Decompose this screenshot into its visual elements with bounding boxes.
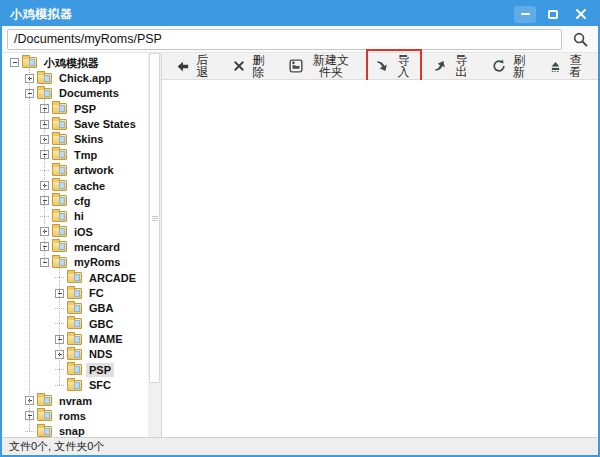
folder-icon — [22, 57, 37, 68]
tree-item-label: PSP — [71, 102, 99, 116]
folder-icon — [52, 226, 67, 237]
close-button[interactable] — [570, 6, 592, 23]
tree-item-cfg[interactable]: cfg — [2, 193, 148, 208]
tree-item-GBA[interactable]: GBA — [2, 301, 148, 316]
toolbar-button-label: 查看 — [567, 54, 584, 78]
folder-icon — [67, 334, 82, 345]
folder-icon — [67, 288, 82, 299]
app-window: 小鸡模拟器 小鸡模拟器Chick.appDocumentsPSPSave Sta… — [0, 0, 600, 457]
toolbar-button-import[interactable]: 导入 — [366, 49, 422, 83]
address-input[interactable] — [7, 29, 562, 50]
tree-item-Documents[interactable]: Documents — [2, 86, 148, 101]
tree-item-mencard[interactable]: mencard — [2, 239, 148, 254]
maximize-icon — [548, 10, 558, 19]
tree-item-label: PSP — [86, 363, 114, 377]
folder-icon — [52, 211, 67, 222]
folder-icon — [67, 349, 82, 360]
folder-icon — [67, 318, 82, 329]
tree-item-snap[interactable]: snap — [2, 424, 148, 437]
tree-item-iOS[interactable]: iOS — [2, 224, 148, 239]
toolbar-button-delete[interactable]: 删除 — [223, 49, 277, 83]
folder-icon — [67, 272, 82, 283]
toolbar-button-new-folder[interactable]: 新建文件夹 — [279, 49, 364, 83]
import-arrow-icon — [376, 59, 390, 73]
tree-item-NDS[interactable]: NDS — [2, 347, 148, 362]
tree-item-Tmp[interactable]: Tmp — [2, 147, 148, 162]
tree-item-label: cfg — [71, 194, 94, 208]
tree-item-MAME[interactable]: MAME — [2, 331, 148, 346]
tree-item-label: snap — [56, 424, 88, 437]
tree-item-Skins[interactable]: Skins — [2, 132, 148, 147]
tree-item-label: ARCADE — [86, 271, 139, 285]
tree-item-label: GBC — [86, 317, 116, 331]
folder-icon — [52, 165, 67, 176]
tree-item-cache[interactable]: cache — [2, 178, 148, 193]
folder-icon — [52, 257, 67, 268]
folder-icon — [52, 180, 67, 191]
tree-item-label: Save States — [71, 117, 139, 131]
folder-icon — [52, 134, 67, 145]
tree-item-label: Chick.app — [56, 71, 115, 85]
toolbar-button-view[interactable]: 查看 — [539, 49, 594, 83]
tree-item-roms[interactable]: roms — [2, 408, 148, 423]
toolbar-button-label: 删除 — [250, 54, 267, 78]
tree-item-label: myRoms — [71, 255, 123, 269]
window-controls — [514, 6, 592, 23]
tree-item-PSP[interactable]: PSP — [2, 101, 148, 116]
tree-item-GBC[interactable]: GBC — [2, 316, 148, 331]
folder-icon — [52, 241, 67, 252]
tree-guide-line — [59, 268, 60, 385]
tree-item-nvram[interactable]: nvram — [2, 393, 148, 408]
title-bar: 小鸡模拟器 — [2, 2, 598, 26]
folder-icon — [37, 426, 52, 437]
tree-item-label: SFC — [86, 378, 114, 392]
tree-item-label: FC — [86, 286, 107, 300]
tree-scrollbar[interactable] — [148, 53, 161, 437]
tree-item-Save-States[interactable]: Save States — [2, 116, 148, 131]
tree-item-FC[interactable]: FC — [2, 285, 148, 300]
tree-item-myRoms[interactable]: myRoms — [2, 255, 148, 270]
tree-guide-line — [29, 69, 30, 432]
folder-tree-panel: 小鸡模拟器Chick.appDocumentsPSPSave StatesSki… — [2, 53, 162, 437]
tree-item-label: cache — [71, 179, 108, 193]
folder-icon — [52, 119, 67, 130]
tree-item-SFC[interactable]: SFC — [2, 378, 148, 393]
folder-icon — [52, 149, 67, 160]
minimize-button[interactable] — [514, 6, 536, 23]
tree-item-ARCADE[interactable]: ARCADE — [2, 270, 148, 285]
toolbar-button-label: 刷新 — [511, 54, 528, 78]
folder-icon — [67, 303, 82, 314]
collapse-minus-icon[interactable] — [10, 58, 19, 67]
tree-item--[interactable]: 小鸡模拟器 — [2, 55, 148, 70]
toolbar-button-back[interactable]: 后退 — [166, 49, 221, 83]
tree-item-Chick.app[interactable]: Chick.app — [2, 70, 148, 85]
tree-item-label: artwork — [71, 163, 117, 177]
tree-item-hi[interactable]: hi — [2, 209, 148, 224]
tree-item-label: Tmp — [71, 148, 100, 162]
view-icon — [549, 60, 562, 73]
folder-icon — [37, 73, 52, 84]
toolbar-button-label: 导入 — [395, 54, 412, 78]
folder-icon — [37, 410, 52, 421]
tree-item-label: hi — [71, 209, 87, 223]
delete-x-icon — [233, 60, 245, 72]
toolbar-button-export[interactable]: 导出 — [424, 49, 480, 83]
toolbar-button-refresh[interactable]: 刷新 — [482, 49, 538, 83]
toolbar-button-label: 新建文件夹 — [308, 54, 354, 78]
maximize-button[interactable] — [542, 6, 564, 23]
status-text: 文件0个, 文件夹0个 — [9, 439, 104, 454]
tree-item-label: nvram — [56, 394, 95, 408]
tree-item-artwork[interactable]: artwork — [2, 163, 148, 178]
tree-item-label: 小鸡模拟器 — [41, 56, 102, 70]
tree-scrollbar-thumb[interactable] — [149, 53, 160, 383]
search-icon — [572, 31, 589, 48]
tree-item-label: iOS — [71, 225, 96, 239]
file-list-area[interactable] — [162, 80, 598, 437]
close-icon — [575, 8, 587, 20]
folder-icon — [52, 103, 67, 114]
tree-item-PSP[interactable]: PSP — [2, 362, 148, 377]
new-folder-icon — [289, 59, 303, 73]
tree-item-label: Skins — [71, 132, 106, 146]
tree-item-label: Documents — [56, 86, 122, 100]
toolbar-button-label: 导出 — [453, 54, 470, 78]
